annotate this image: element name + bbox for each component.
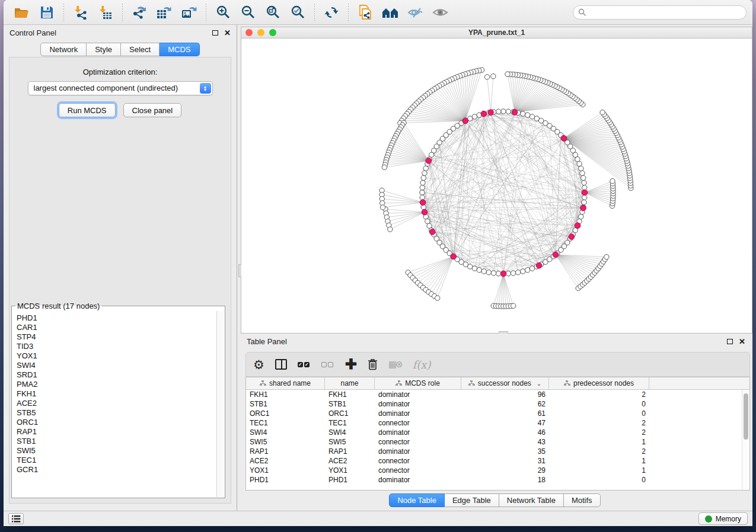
network-node[interactable]	[515, 270, 520, 275]
mcds-hub-node[interactable]	[422, 209, 428, 215]
network-node[interactable]	[420, 185, 425, 190]
network-node[interactable]	[534, 116, 539, 121]
network-canvas[interactable]	[241, 39, 752, 333]
table-row[interactable]: YOX1YOX1connector291	[246, 466, 749, 475]
network-node[interactable]	[496, 109, 501, 114]
first-neighbors-icon[interactable]	[380, 4, 400, 21]
mcds-hub-node[interactable]	[488, 110, 494, 116]
zoom-out-icon[interactable]	[238, 4, 258, 21]
tab-node-table[interactable]: Node Table	[389, 493, 445, 507]
network-node[interactable]	[506, 109, 511, 114]
network-node[interactable]	[600, 110, 605, 114]
mcds-hub-node[interactable]	[429, 229, 435, 235]
network-node[interactable]	[581, 175, 586, 180]
mcds-hub-node[interactable]	[451, 254, 457, 259]
tab-style[interactable]: Style	[87, 43, 121, 56]
network-node[interactable]	[525, 113, 530, 117]
mcds-result-item[interactable]: ACE2	[17, 399, 216, 408]
mcds-result-item[interactable]: PMA2	[17, 380, 216, 389]
tab-motifs[interactable]: Motifs	[564, 493, 601, 507]
duplicate-network-icon[interactable]	[355, 4, 375, 21]
mcds-hub-node[interactable]	[582, 190, 588, 196]
network-node[interactable]	[529, 266, 534, 271]
network-node[interactable]	[422, 171, 427, 175]
network-node[interactable]	[505, 72, 510, 76]
mcds-result-item[interactable]: STB1	[17, 437, 216, 446]
close-panel-button[interactable]: Close panel	[123, 103, 182, 117]
network-node[interactable]	[421, 175, 426, 180]
mcds-hub-node[interactable]	[500, 271, 506, 277]
import-network-icon[interactable]	[71, 4, 91, 21]
network-node[interactable]	[420, 180, 425, 185]
mcds-result-item[interactable]: TEC1	[17, 456, 216, 465]
tab-network[interactable]: Network	[40, 43, 87, 56]
network-node[interactable]	[468, 264, 473, 269]
tab-select[interactable]: Select	[121, 43, 160, 56]
network-node[interactable]	[491, 74, 496, 79]
network-node[interactable]	[380, 205, 385, 210]
table-settings-icon[interactable]: ⚙	[253, 358, 264, 371]
window-minimize-icon[interactable]	[257, 29, 264, 36]
network-node[interactable]	[486, 270, 491, 275]
mcds-hub-node[interactable]	[512, 110, 518, 116]
open-file-icon[interactable]	[12, 4, 32, 21]
window-close-icon[interactable]	[245, 29, 253, 36]
network-node[interactable]	[604, 254, 609, 259]
column-header-mcds-role[interactable]: MCDS role	[375, 377, 461, 389]
mcds-hub-node[interactable]	[462, 118, 468, 124]
network-node[interactable]	[582, 180, 586, 185]
network-node[interactable]	[472, 114, 477, 119]
network-node[interactable]	[501, 109, 506, 114]
network-node[interactable]	[579, 166, 583, 171]
network-node[interactable]	[582, 185, 587, 190]
network-window-titlebar[interactable]: YPA_prune.txt_1	[241, 27, 752, 39]
network-node[interactable]	[477, 268, 481, 273]
network-node[interactable]	[420, 190, 425, 195]
mcds-result-item[interactable]: FKH1	[17, 389, 216, 399]
network-node[interactable]	[423, 166, 428, 171]
table-row[interactable]: TEC1TEC1connector472	[246, 418, 749, 428]
add-column-icon[interactable]: ✚	[345, 357, 357, 371]
mcds-result-item[interactable]: SWI5	[17, 446, 216, 456]
table-row[interactable]: RAP1RAP1dominator352	[246, 447, 749, 456]
network-node[interactable]	[382, 165, 387, 169]
hide-selected-icon[interactable]	[405, 4, 425, 21]
mcds-hub-node[interactable]	[553, 252, 559, 258]
network-node[interactable]	[511, 303, 516, 308]
close-panel-icon[interactable]: ✕	[224, 29, 231, 37]
mcds-result-item[interactable]: PHD1	[17, 313, 216, 323]
column-header-name[interactable]: name	[325, 377, 375, 389]
task-history-button[interactable]	[8, 513, 24, 524]
network-node[interactable]	[484, 75, 489, 79]
mcds-hub-node[interactable]	[569, 234, 575, 240]
mcds-result-item[interactable]: ORC1	[17, 418, 216, 427]
window-zoom-icon[interactable]	[269, 29, 276, 36]
mcds-result-item[interactable]: SWI4	[17, 361, 216, 370]
network-node[interactable]	[511, 271, 515, 275]
tab-mcds[interactable]: MCDS	[160, 43, 199, 56]
tab-network-table[interactable]: Network Table	[499, 493, 564, 507]
table-row[interactable]: SWI4SWI4dominator462	[246, 428, 749, 437]
table-row[interactable]: FKH1FKH1dominator962	[246, 390, 749, 399]
zoom-selected-icon[interactable]	[288, 4, 308, 21]
network-node[interactable]	[506, 271, 511, 276]
network-node[interactable]	[521, 111, 525, 116]
zoom-fit-icon[interactable]	[263, 4, 283, 21]
mcds-hub-node[interactable]	[420, 200, 426, 206]
table-row[interactable]: ACE2ACE2connector311	[246, 456, 749, 466]
mcds-result-item[interactable]: CAR1	[17, 323, 216, 332]
export-table-icon[interactable]	[154, 4, 174, 21]
split-panel-icon[interactable]	[275, 359, 287, 370]
refresh-icon[interactable]	[321, 4, 342, 21]
mcds-hub-node[interactable]	[536, 262, 542, 268]
mcds-hub-node[interactable]	[580, 205, 586, 211]
mcds-result-item[interactable]: YOX1	[17, 351, 216, 361]
deselect-all-columns-icon[interactable]	[321, 362, 334, 367]
tab-edge-table[interactable]: Edge Table	[445, 493, 499, 507]
network-node[interactable]	[529, 114, 534, 119]
delete-column-icon[interactable]	[368, 358, 378, 370]
mcds-result-item[interactable]: STB5	[17, 408, 216, 418]
network-node[interactable]	[582, 195, 587, 200]
column-header-shared-name[interactable]: shared name	[246, 377, 325, 389]
run-mcds-button[interactable]: Run MCDS	[59, 103, 116, 117]
